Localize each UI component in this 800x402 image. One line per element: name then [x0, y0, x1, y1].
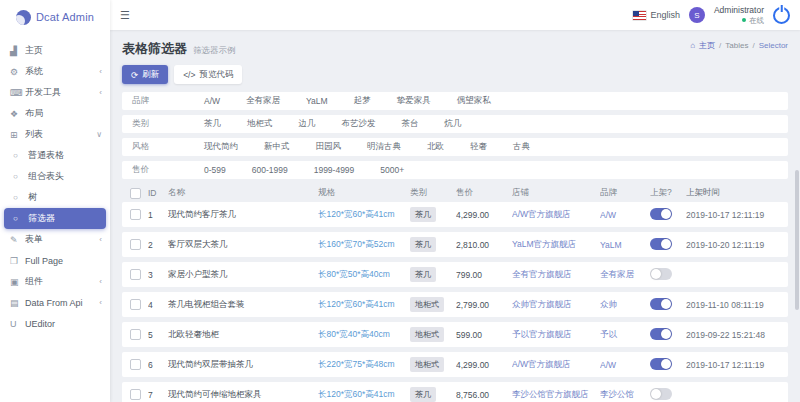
app-logo[interactable]: Dcat Admin [0, 0, 110, 34]
tools-icon: ⌨ [10, 88, 25, 98]
cell-price: 599.00 [456, 330, 512, 340]
filter-option[interactable]: 偶望家私 [457, 95, 491, 107]
row-checkbox[interactable] [130, 269, 141, 280]
table-row: 7现代简约可伸缩地柜家具长120*宽60*高41cm茶几8,756.00李沙公馆… [122, 382, 788, 402]
filter-option[interactable]: 古典 [513, 141, 530, 153]
filter-option[interactable]: 北欧 [427, 141, 444, 153]
row-checkbox[interactable] [130, 389, 141, 400]
sidebar-item[interactable]: ⌨开发工具‹ [0, 82, 110, 103]
filter-option[interactable]: 起梦 [354, 95, 371, 107]
sidebar-item[interactable]: ❐Full Page [0, 250, 110, 271]
sidebar-item[interactable]: ○筛选器 [4, 208, 106, 229]
row-checkbox[interactable] [130, 239, 141, 250]
shop-link[interactable]: A/W官方旗舰店 [512, 209, 571, 219]
breadcrumb-tables[interactable]: Tables [725, 41, 748, 50]
filter-option[interactable]: 地柜式 [247, 118, 273, 130]
power-icon[interactable] [773, 7, 790, 24]
cell-on-shelf [650, 208, 686, 222]
sidebar-item[interactable]: ▟主页 [0, 40, 110, 61]
sidebar-item[interactable]: ⊞列表∨ [0, 124, 110, 145]
brand-link[interactable]: 全有家居 [600, 269, 634, 279]
filter-option[interactable]: 现代简约 [204, 141, 238, 153]
select-all-checkbox[interactable] [130, 188, 141, 199]
circle-icon: ○ [13, 172, 28, 181]
filter-option[interactable]: 田园风 [316, 141, 342, 153]
shop-link[interactable]: 众帅官方旗舰店 [512, 299, 572, 309]
filter-option[interactable]: 布艺沙发 [342, 118, 376, 130]
shop-link[interactable]: YaLM官方旗舰店 [512, 239, 576, 249]
filter-option[interactable]: 挚爱家具 [397, 95, 431, 107]
on-shelf-toggle[interactable] [650, 358, 672, 370]
filter-option[interactable]: 新中式 [264, 141, 290, 153]
filter-option[interactable]: YaLM [306, 96, 328, 106]
filter-option[interactable]: 1999-4999 [314, 165, 355, 175]
on-shelf-toggle[interactable] [650, 328, 672, 340]
refresh-button[interactable]: ⟳ 刷新 [122, 65, 168, 84]
user-menu[interactable]: Administrator 在线 [714, 5, 764, 24]
cell-brand: 李沙公馆 [600, 389, 650, 401]
row-checkbox[interactable] [130, 209, 141, 220]
table-row: 5北欧轻奢地柜长80*宽40*高40cm地柜式599.00予以官方旗舰店予以20… [122, 322, 788, 347]
column-header: 品牌 [600, 187, 650, 199]
brand-link[interactable]: 予以 [600, 329, 617, 339]
on-shelf-toggle[interactable] [650, 298, 672, 310]
cell-on-shelf [650, 358, 686, 372]
row-checkbox[interactable] [130, 299, 141, 310]
scrollbar[interactable] [795, 170, 799, 310]
sidebar-item[interactable]: ⚙系统‹ [0, 61, 110, 82]
breadcrumb-home[interactable]: 主页 [699, 40, 715, 51]
sidebar-item[interactable]: ○树 [0, 187, 110, 208]
row-checkbox[interactable] [130, 359, 141, 370]
chevron-left-icon: ‹ [99, 67, 102, 76]
sidebar-item[interactable]: ○组合表头 [0, 166, 110, 187]
filter-option[interactable]: 5000+ [380, 165, 404, 175]
cell-brand: YaLM [600, 240, 650, 250]
sidebar-item[interactable]: ✎表单‹ [0, 229, 110, 250]
row-checkbox[interactable] [130, 329, 141, 340]
filter-option[interactable]: 轻奢 [470, 141, 487, 153]
sidebar-item[interactable]: ▤Data From Api‹ [0, 292, 110, 313]
filter-option[interactable]: 全有家居 [246, 95, 280, 107]
cell-name: 茶几电视柜组合套装 [168, 299, 318, 311]
shop-link[interactable]: 全有官方旗舰店 [512, 269, 572, 279]
filter-option[interactable]: 茶几 [204, 118, 221, 130]
row-checkbox-cell [130, 239, 148, 250]
shop-link[interactable]: 予以官方旗舰店 [512, 329, 572, 339]
on-shelf-toggle[interactable] [650, 388, 672, 400]
column-header: ID [148, 188, 168, 198]
shop-link[interactable]: A/W官方旗舰店 [512, 359, 571, 369]
filter-option[interactable]: 炕几 [445, 118, 462, 130]
sidebar-item[interactable]: ○普通表格 [0, 145, 110, 166]
filter-option[interactable]: 茶台 [402, 118, 419, 130]
filter-option[interactable]: 明清古典 [367, 141, 401, 153]
sidebar-item-label: 开发工具 [25, 86, 99, 99]
filter-option[interactable]: 600-1999 [252, 165, 288, 175]
sidebar-item[interactable]: ❖布局 [0, 103, 110, 124]
brand-link[interactable]: 李沙公馆 [600, 389, 634, 399]
sidebar-item[interactable]: UUEditor [0, 313, 110, 334]
cell-id: 5 [148, 330, 168, 340]
breadcrumb-current: Selector [759, 41, 788, 50]
toggle-knob [661, 359, 671, 369]
cell-shop: A/W官方旗舰店 [512, 359, 600, 371]
table-body: 1现代简约客厅茶几长120*宽60*高41cm茶几4,299.00A/W官方旗舰… [122, 202, 788, 402]
brand-link[interactable]: YaLM [600, 240, 622, 250]
filter-option[interactable]: 边几 [299, 118, 316, 130]
brand-link[interactable]: A/W [600, 210, 616, 220]
on-shelf-toggle[interactable] [650, 238, 672, 250]
sidebar-item[interactable]: ▣组件‹ [0, 271, 110, 292]
brand-link[interactable]: A/W [600, 360, 616, 370]
language-switcher[interactable]: English [633, 10, 680, 20]
column-header: 上架? [650, 187, 686, 199]
shop-link[interactable]: 李沙公馆官方旗舰店 [512, 389, 589, 399]
on-shelf-toggle[interactable] [650, 268, 672, 280]
cell-on-shelf [650, 298, 686, 312]
preview-code-button[interactable]: </> 预览代码 [174, 65, 242, 84]
on-shelf-toggle[interactable] [650, 208, 672, 220]
avatar[interactable]: S [689, 7, 705, 23]
brand-link[interactable]: 众帅 [600, 299, 617, 309]
hamburger-icon[interactable]: ☰ [120, 9, 130, 22]
filter-option[interactable]: 0-599 [204, 165, 226, 175]
cell-spec: 长220*宽75*高48cm [318, 359, 410, 371]
filter-option[interactable]: A/W [204, 96, 220, 106]
